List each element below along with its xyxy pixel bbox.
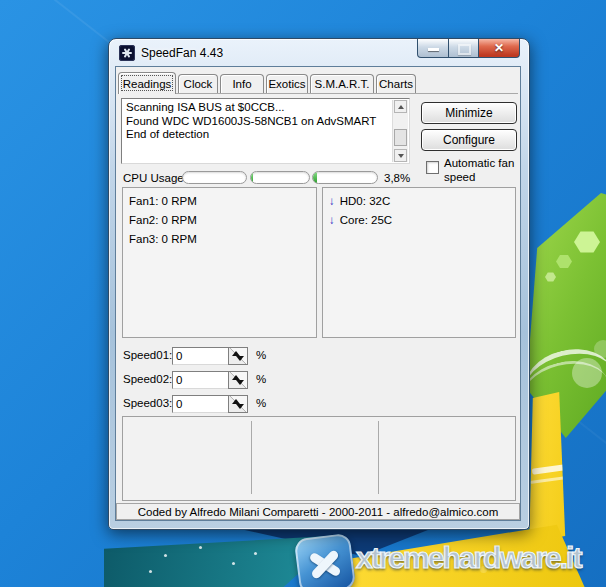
temp-down-icon: ↓ bbox=[329, 195, 335, 207]
bubble-shape bbox=[594, 340, 606, 358]
speed03-spinner[interactable] bbox=[228, 395, 248, 413]
status-bar: Coded by Alfredo Milani Comparetti - 200… bbox=[116, 503, 520, 520]
maximize-icon bbox=[458, 44, 471, 55]
temperature-list[interactable]: ↓HD0: 32C ↓Core: 25C bbox=[322, 187, 516, 338]
speed02-input[interactable] bbox=[172, 371, 229, 389]
window-title: SpeedFan 4.43 bbox=[141, 46, 223, 60]
speed01-label: Speed01: bbox=[123, 349, 172, 361]
minimize-button[interactable]: Minimize bbox=[421, 102, 517, 124]
log-scrollbar[interactable] bbox=[392, 100, 408, 162]
cpu-usage-bar-3 bbox=[312, 171, 378, 184]
desktop: xtremehardware.it SpeedFan 4.43 ✕ Readin… bbox=[0, 0, 606, 587]
panel-divider bbox=[251, 421, 252, 494]
tab-charts[interactable]: Charts bbox=[376, 74, 416, 93]
speed02-spinner[interactable] bbox=[228, 371, 248, 389]
panel-divider bbox=[378, 421, 379, 494]
fan-reading-item: Fan1: 0 RPM bbox=[129, 192, 310, 211]
bubble-shape bbox=[572, 358, 602, 388]
speed02-label: Speed02: bbox=[123, 373, 172, 385]
watermark-text: xtremehardware.it bbox=[356, 541, 580, 575]
temperature-label: Core: 25C bbox=[340, 214, 392, 226]
fan-reading-item: Fan3: 0 RPM bbox=[129, 230, 310, 249]
caption-buttons: ✕ bbox=[417, 39, 520, 58]
detection-log[interactable]: Scanning ISA BUS at $0CCB... Found WDC W… bbox=[121, 98, 410, 164]
speedfan-fan-icon bbox=[119, 45, 135, 61]
cpu-usage-value: 3,8% bbox=[384, 172, 410, 184]
speed01-spinner[interactable] bbox=[228, 347, 248, 365]
scroll-down-icon[interactable] bbox=[394, 149, 407, 162]
automatic-fan-speed-checkbox[interactable] bbox=[426, 161, 439, 174]
client-area: Readings Clock Info Exotics S.M.A.R.T. C… bbox=[115, 66, 521, 521]
speed03-label: Speed03: bbox=[123, 397, 172, 409]
speed02-unit: % bbox=[256, 373, 266, 385]
temperature-item: ↓HD0: 32C bbox=[329, 192, 509, 211]
window-close-button[interactable]: ✕ bbox=[478, 39, 520, 58]
window-minimize-button[interactable] bbox=[417, 39, 449, 58]
scroll-up-icon[interactable] bbox=[394, 100, 407, 113]
tab-exotics[interactable]: Exotics bbox=[266, 74, 308, 93]
spin-down-icon[interactable] bbox=[236, 356, 244, 361]
configure-button[interactable]: Configure bbox=[421, 129, 517, 151]
status-text: Coded by Alfredo Milani Comparetti - 200… bbox=[138, 506, 498, 518]
log-line: Found WDC WD1600JS-58NCB1 on AdvSMART bbox=[126, 115, 389, 129]
automatic-fan-speed-label: Automatic fan speed bbox=[444, 156, 520, 184]
tab-clock[interactable]: Clock bbox=[178, 74, 218, 93]
fan-reading-item: Fan2: 0 RPM bbox=[129, 211, 310, 230]
scrollbar-thumb[interactable] bbox=[394, 129, 407, 146]
tab-readings[interactable]: Readings bbox=[118, 72, 176, 94]
temperature-item: ↓Core: 25C bbox=[329, 211, 509, 230]
tab-smart[interactable]: S.M.A.R.T. bbox=[310, 74, 374, 93]
spin-down-icon[interactable] bbox=[236, 380, 244, 385]
temp-down-icon: ↓ bbox=[329, 214, 335, 226]
temperature-label: HD0: 32C bbox=[340, 195, 391, 207]
log-line: Scanning ISA BUS at $0CCB... bbox=[126, 101, 389, 115]
cpu-usage-bar-1 bbox=[182, 171, 247, 184]
cpu-usage-label: CPU Usage bbox=[123, 172, 184, 184]
minimize-icon bbox=[428, 48, 439, 51]
window-maximize-button[interactable] bbox=[449, 39, 478, 58]
speed03-unit: % bbox=[256, 397, 266, 409]
cpu-usage-bar-2 bbox=[250, 171, 310, 184]
speed03-input[interactable] bbox=[172, 395, 229, 413]
bottom-panel bbox=[122, 416, 516, 501]
tab-strip: Readings Clock Info Exotics S.M.A.R.T. C… bbox=[118, 71, 518, 94]
fan-readings-list[interactable]: Fan1: 0 RPM Fan2: 0 RPM Fan3: 0 RPM bbox=[122, 187, 317, 338]
tab-info[interactable]: Info bbox=[220, 74, 264, 93]
spin-down-icon[interactable] bbox=[236, 404, 244, 409]
log-line: End of detection bbox=[126, 128, 389, 142]
speed01-input[interactable] bbox=[172, 347, 229, 365]
speed01-unit: % bbox=[256, 349, 266, 361]
close-icon: ✕ bbox=[479, 39, 519, 57]
speedfan-window: SpeedFan 4.43 ✕ Readings Clock Info Exot… bbox=[108, 38, 530, 530]
xtremehardware-logo-icon bbox=[294, 533, 356, 587]
